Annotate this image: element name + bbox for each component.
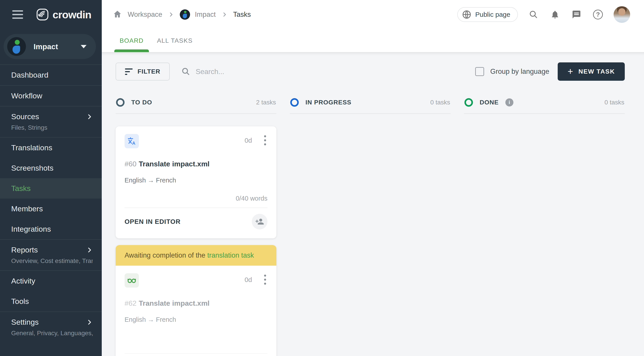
proofread-task-icon xyxy=(124,273,139,288)
main-area: Workspace Impact Tasks Public page xyxy=(102,0,644,356)
divider xyxy=(124,353,268,354)
awaiting-banner: Awaiting completion of the translation t… xyxy=(116,245,276,266)
project-avatar xyxy=(7,37,26,56)
card-word-count: 0/40 words xyxy=(124,195,268,202)
task-card-62[interactable]: Awaiting completion of the translation t… xyxy=(116,245,276,356)
task-count: 2 tasks xyxy=(256,99,276,106)
open-in-editor-link[interactable]: OPEN IN EDITOR xyxy=(124,218,180,226)
person-add-icon xyxy=(255,217,264,226)
due-badge: 0d xyxy=(245,137,252,144)
sidebar-item-activity[interactable]: Activity xyxy=(0,270,102,291)
assign-user-button[interactable] xyxy=(252,214,268,230)
sidebar-header: crowdin xyxy=(0,0,102,29)
sidebar-item-subtitle: General, Privacy, Languages, Q… xyxy=(11,330,93,337)
project-selector[interactable]: Impact xyxy=(4,34,96,59)
card-title: #60Translate impact.xml xyxy=(124,160,268,168)
filter-button[interactable]: FILTER xyxy=(116,62,170,80)
tabs: BOARD ALL TASKS xyxy=(102,29,644,52)
search-bar xyxy=(181,67,475,76)
translate-task-icon: A xyxy=(124,134,139,148)
search-icon[interactable] xyxy=(528,9,539,20)
chevron-down-icon xyxy=(81,45,86,48)
user-avatar[interactable] xyxy=(614,6,630,23)
sidebar-item-tasks[interactable]: Tasks xyxy=(0,178,102,198)
sidebar: crowdin Impact Dashboard Workflow Source… xyxy=(0,0,102,356)
column-to-do: TO DO 2 tasks xyxy=(116,98,276,356)
breadcrumb-current: Tasks xyxy=(233,10,251,18)
globe-icon xyxy=(462,10,472,20)
todo-status-icon xyxy=(116,98,124,107)
active-tab-indicator xyxy=(114,50,149,52)
divider xyxy=(124,208,268,208)
task-count: 0 tasks xyxy=(430,99,450,106)
tab-board[interactable]: BOARD xyxy=(113,29,150,52)
chevron-right-icon xyxy=(86,113,93,120)
sidebar-item-workflow[interactable]: Workflow xyxy=(0,85,102,106)
card-menu-icon[interactable] xyxy=(263,273,268,286)
group-by-language-toggle[interactable]: Group by language xyxy=(475,67,550,76)
messages-icon[interactable] xyxy=(571,9,582,20)
sidebar-item-subtitle: Overview, Cost estimate, Transl… xyxy=(11,258,93,264)
task-card-60[interactable]: A 0d #60Translate impact.xml xyxy=(116,126,276,238)
task-board: FILTER Group by language + NEW TASK xyxy=(102,52,644,356)
tab-all-tasks[interactable]: ALL TASKS xyxy=(150,29,199,52)
sidebar-menu: Dashboard Workflow Sources Files, String… xyxy=(0,64,102,356)
sidebar-item-members[interactable]: Members xyxy=(0,198,102,219)
chevron-right-icon xyxy=(86,319,93,326)
info-icon[interactable]: i xyxy=(505,98,514,106)
card-menu-icon[interactable] xyxy=(263,134,268,147)
chevron-right-icon xyxy=(86,247,93,253)
sidebar-item-subtitle: Files, Strings xyxy=(11,124,93,131)
column-header: DONE i 0 tasks xyxy=(464,98,625,114)
task-count: 0 tasks xyxy=(604,99,624,106)
sidebar-item-dashboard[interactable]: Dashboard xyxy=(0,64,102,85)
breadcrumb-project[interactable]: Impact xyxy=(180,10,216,20)
sidebar-item-reports[interactable]: Reports Overview, Cost estimate, Transl… xyxy=(0,239,102,270)
sidebar-item-screenshots[interactable]: Screenshots xyxy=(0,158,102,178)
column-in-progress: IN PROGRESS 0 tasks xyxy=(290,98,450,356)
sidebar-item-settings[interactable]: Settings General, Privacy, Languages, Q… xyxy=(0,312,102,342)
board-columns: TO DO 2 tasks xyxy=(116,98,625,356)
topbar: Workspace Impact Tasks Public page xyxy=(102,0,644,29)
plus-icon: + xyxy=(568,67,573,76)
column-cards: A 0d #60Translate impact.xml xyxy=(116,114,276,356)
card-languages: English → French xyxy=(124,177,268,184)
done-status-icon xyxy=(464,98,473,107)
sidebar-item-tools[interactable]: Tools xyxy=(0,291,102,312)
breadcrumb: Workspace Impact Tasks xyxy=(113,10,457,20)
public-page-button[interactable]: Public page xyxy=(457,7,518,22)
crowdin-logo[interactable]: crowdin xyxy=(36,8,91,21)
sidebar-item-sources[interactable]: Sources Files, Strings xyxy=(0,106,102,137)
breadcrumb-workspace[interactable]: Workspace xyxy=(128,10,162,18)
home-icon[interactable] xyxy=(113,10,122,20)
svg-text:A: A xyxy=(132,141,136,146)
topbar-actions: Public page ? xyxy=(457,6,630,23)
hamburger-menu-icon[interactable] xyxy=(12,10,23,19)
sidebar-item-translations[interactable]: Translations xyxy=(0,137,102,158)
search-input[interactable] xyxy=(196,68,330,76)
card-title: #62Translate impact.xml xyxy=(124,299,268,308)
board-toolbar: FILTER Group by language + NEW TASK xyxy=(116,62,625,81)
sidebar-item-integrations[interactable]: Integrations xyxy=(0,219,102,239)
in-progress-status-icon xyxy=(290,98,299,107)
column-done: DONE i 0 tasks xyxy=(464,98,625,356)
search-icon xyxy=(181,67,190,76)
project-name: Impact xyxy=(34,42,81,51)
group-by-language-checkbox[interactable] xyxy=(475,67,484,76)
chevron-right-icon xyxy=(168,12,174,18)
column-header: TO DO 2 tasks xyxy=(116,98,276,114)
translation-task-link[interactable]: translation task xyxy=(207,251,254,259)
filter-icon xyxy=(125,68,132,75)
project-avatar-small xyxy=(180,10,190,20)
crowdin-logo-icon xyxy=(36,8,49,21)
due-badge: 0d xyxy=(245,276,252,284)
crowdin-wordmark: crowdin xyxy=(52,8,91,21)
column-header: IN PROGRESS 0 tasks xyxy=(290,98,450,114)
app-root: crowdin Impact Dashboard Workflow Source… xyxy=(0,0,644,356)
chevron-right-icon xyxy=(222,12,228,18)
new-task-button[interactable]: + NEW TASK xyxy=(558,62,625,81)
notifications-bell-icon[interactable] xyxy=(549,9,561,20)
card-languages: English → French xyxy=(124,316,268,323)
help-icon[interactable]: ? xyxy=(592,9,604,20)
